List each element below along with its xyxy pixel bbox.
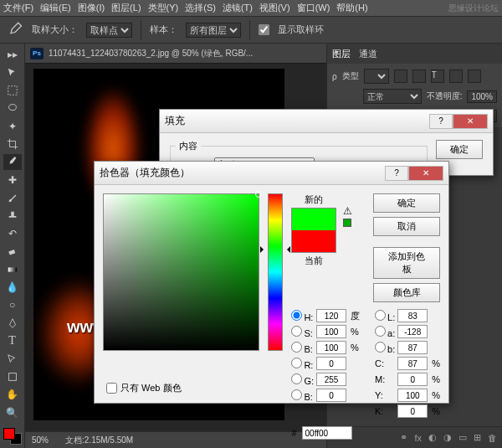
- group-icon[interactable]: ▭: [458, 432, 467, 443]
- eraser-tool[interactable]: [3, 244, 22, 259]
- cancel-button[interactable]: 取消: [373, 217, 440, 236]
- b2-field[interactable]: [316, 389, 346, 402]
- close-button[interactable]: ✕: [408, 166, 443, 181]
- websafe-icon[interactable]: [343, 219, 351, 227]
- filter-smart-icon[interactable]: [468, 70, 481, 83]
- tab-layers[interactable]: 图层: [332, 48, 351, 60]
- current-color-swatch[interactable]: [292, 230, 336, 252]
- eyedropper-tool[interactable]: [3, 154, 22, 169]
- document-tab[interactable]: Ps 11074431_122403780263_2.jpg @ 50% (绿色…: [25, 44, 326, 64]
- new-layer-icon[interactable]: ⊞: [474, 432, 481, 443]
- menu-select[interactable]: 选择(S): [185, 2, 216, 14]
- menu-filter[interactable]: 滤镜(T): [223, 2, 253, 14]
- zoom-tool[interactable]: 🔍: [3, 405, 22, 420]
- menu-edit[interactable]: 编辑(E): [40, 2, 71, 14]
- sv-cursor[interactable]: [255, 191, 262, 198]
- gradient-tool[interactable]: [3, 262, 22, 277]
- shape-tool[interactable]: [3, 369, 22, 384]
- s-radio[interactable]: [291, 326, 302, 337]
- l-radio[interactable]: [375, 310, 386, 321]
- menu-window[interactable]: 窗口(W): [297, 2, 330, 14]
- b-field[interactable]: [397, 341, 428, 354]
- lasso-tool[interactable]: [3, 100, 22, 116]
- close-button[interactable]: ✕: [453, 114, 488, 129]
- separator: [141, 20, 141, 40]
- libraries-button[interactable]: 颜色库: [373, 283, 440, 302]
- menu-type[interactable]: 类型(Y): [148, 2, 179, 14]
- h-radio[interactable]: [291, 310, 302, 321]
- k-field[interactable]: [397, 404, 428, 418]
- kind-select[interactable]: [364, 69, 389, 84]
- help-button[interactable]: ?: [429, 114, 453, 129]
- menu-image[interactable]: 图像(I): [78, 2, 105, 14]
- filter-shape-icon[interactable]: [449, 70, 463, 83]
- gamut-warning-icon[interactable]: ⚠: [343, 205, 352, 217]
- c-field[interactable]: [397, 357, 428, 370]
- blur-tool[interactable]: 💧: [3, 280, 22, 295]
- new-color-swatch: [292, 209, 336, 230]
- sample-label: 样本：: [150, 23, 177, 36]
- zoom-level[interactable]: 50%: [32, 435, 49, 445]
- g-field[interactable]: [316, 373, 346, 386]
- trash-icon[interactable]: 🗑: [488, 433, 497, 443]
- picker-titlebar[interactable]: 拾色器（填充颜色） ? ✕: [95, 162, 448, 185]
- saturation-value-field[interactable]: [103, 193, 259, 351]
- stamp-tool[interactable]: [3, 208, 22, 223]
- r-field[interactable]: [316, 357, 346, 370]
- menubar[interactable]: 文件(F) 编辑(E) 图像(I) 图层(L) 类型(Y) 选择(S) 滤镜(T…: [0, 0, 502, 17]
- blend-mode-select[interactable]: 正常: [363, 89, 422, 104]
- a-field[interactable]: [397, 325, 428, 338]
- bv-field[interactable]: [316, 341, 346, 354]
- content-legend: 内容: [176, 140, 201, 152]
- menu-file[interactable]: 文件(F): [3, 2, 33, 14]
- menu-layer[interactable]: 图层(L): [111, 2, 141, 14]
- history-brush-tool[interactable]: ↶: [3, 226, 22, 241]
- color-swatches[interactable]: [3, 428, 22, 445]
- y-field[interactable]: [397, 389, 428, 402]
- bv-radio[interactable]: [291, 342, 302, 353]
- b-radio[interactable]: [375, 342, 386, 353]
- b2-radio[interactable]: [291, 389, 302, 400]
- r-radio[interactable]: [291, 358, 302, 368]
- menu-view[interactable]: 视图(V): [259, 2, 290, 14]
- fg-color-swatch[interactable]: [3, 428, 15, 440]
- brush-tool[interactable]: [3, 190, 22, 205]
- marquee-tool[interactable]: [3, 83, 22, 98]
- new-label: 新的: [305, 193, 323, 206]
- sample-size-select[interactable]: 取样点: [86, 23, 132, 38]
- fill-titlebar[interactable]: 填充 ? ✕: [160, 110, 493, 133]
- heal-tool[interactable]: ✚: [3, 173, 22, 188]
- crop-tool[interactable]: [3, 136, 22, 152]
- opacity-value[interactable]: 100%: [467, 90, 497, 103]
- color-fields: H:度 L: S:% a: B:% b: R: C:% G: M:% B: Y:…: [291, 309, 440, 418]
- filter-pixel-icon[interactable]: [394, 70, 407, 83]
- s-field[interactable]: [316, 325, 346, 338]
- hue-slider-thumb[interactable]: [265, 246, 285, 253]
- help-button[interactable]: ?: [385, 166, 408, 181]
- sample-select[interactable]: 所有图层: [186, 23, 241, 38]
- add-swatch-button[interactable]: 添加到色板: [373, 247, 440, 279]
- web-only-checkbox[interactable]: [106, 383, 117, 394]
- pen-tool[interactable]: [3, 316, 22, 331]
- ok-button[interactable]: 确定: [436, 140, 483, 159]
- wand-tool[interactable]: ✦: [3, 119, 22, 134]
- type-tool[interactable]: T: [3, 333, 22, 348]
- tab-channels[interactable]: 通道: [359, 48, 377, 60]
- filter-type-icon[interactable]: T: [431, 70, 444, 83]
- show-ring-checkbox[interactable]: [259, 24, 269, 35]
- hex-field[interactable]: [302, 426, 352, 440]
- menu-help[interactable]: 帮助(H): [336, 2, 367, 14]
- dodge-tool[interactable]: ○: [3, 297, 22, 312]
- hand-tool[interactable]: ✋: [3, 387, 22, 402]
- h-field[interactable]: [316, 309, 346, 322]
- l-field[interactable]: [397, 309, 428, 322]
- move-tool[interactable]: [3, 64, 22, 80]
- ok-button[interactable]: 确定: [373, 193, 440, 213]
- collapse-icon[interactable]: ▸▸: [3, 47, 22, 62]
- path-tool[interactable]: [3, 351, 22, 366]
- filter-adjust-icon[interactable]: [412, 70, 426, 83]
- hue-slider[interactable]: [268, 193, 283, 351]
- a-radio[interactable]: [375, 326, 386, 337]
- g-radio[interactable]: [291, 373, 302, 384]
- m-field[interactable]: [397, 373, 428, 386]
